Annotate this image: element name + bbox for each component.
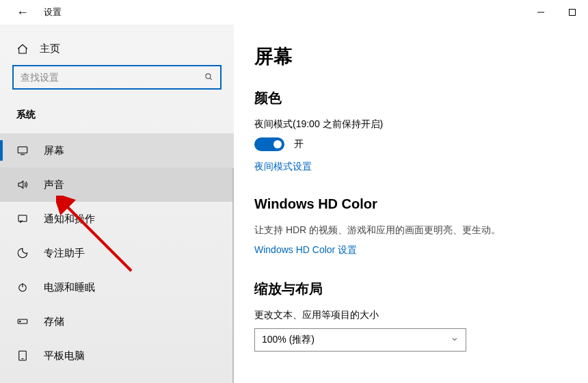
scale-value: 100% (推荐) <box>262 334 315 346</box>
scale-combobox[interactable]: 100% (推荐) <box>254 328 466 352</box>
storage-icon <box>16 315 29 328</box>
night-mode-label: 夜间模式(19:00 之前保持开启) <box>254 118 567 131</box>
nav-label: 声音 <box>44 179 64 192</box>
section-label: 系统 <box>0 105 234 133</box>
sidebar: 主页 系统 屏幕 声音 <box>0 25 234 383</box>
nav-item-display[interactable]: 屏幕 <box>0 133 234 168</box>
chevron-down-icon <box>451 334 459 345</box>
nav-item-focus[interactable]: 专注助手 <box>0 236 234 270</box>
search-icon <box>204 72 213 83</box>
nav-label: 存储 <box>44 315 64 328</box>
hd-description: 让支持 HDR 的视频、游戏和应用的画面更明亮、更生动。 <box>254 223 567 237</box>
section-hd-heading: Windows HD Color <box>254 196 567 212</box>
sound-icon <box>16 179 29 191</box>
home-link[interactable]: 主页 <box>0 37 234 65</box>
search-input[interactable] <box>21 72 204 83</box>
nav-label: 电源和睡眠 <box>44 281 95 294</box>
window-controls <box>525 1 588 23</box>
nav-label: 平板电脑 <box>44 349 85 362</box>
search-box[interactable] <box>12 65 222 90</box>
minimize-button[interactable] <box>525 1 557 23</box>
svg-rect-4 <box>18 147 27 153</box>
display-icon <box>16 144 29 157</box>
hd-settings-link[interactable]: Windows HD Color 设置 <box>254 244 567 256</box>
home-label: 主页 <box>40 42 60 55</box>
focus-icon <box>16 247 29 259</box>
svg-point-10 <box>20 321 21 322</box>
nav-label: 屏幕 <box>44 144 64 157</box>
page-title: 屏幕 <box>254 44 567 70</box>
scale-label: 更改文本、应用等项目的大小 <box>254 309 567 321</box>
nav-item-storage[interactable]: 存储 <box>0 304 234 339</box>
nav-label: 通知和操作 <box>44 213 95 226</box>
nav-label: 专注助手 <box>44 247 85 260</box>
titlebar: ← 设置 <box>0 0 588 25</box>
window-title: 设置 <box>44 6 62 18</box>
night-mode-settings-link[interactable]: 夜间模式设置 <box>254 161 567 173</box>
content-pane: 屏幕 颜色 夜间模式(19:00 之前保持开启) 开 夜间模式设置 Window… <box>234 25 588 383</box>
nav-item-tablet[interactable]: 平板电脑 <box>0 339 234 373</box>
back-button[interactable]: ← <box>16 5 29 20</box>
nav-item-sound[interactable]: 声音 <box>0 168 234 202</box>
svg-line-3 <box>210 78 212 80</box>
section-color-heading: 颜色 <box>254 89 567 107</box>
svg-rect-1 <box>570 10 576 16</box>
toggle-state-label: 开 <box>294 138 304 150</box>
nav-item-power[interactable]: 电源和睡眠 <box>0 270 234 304</box>
section-scale-heading: 缩放与布局 <box>254 280 567 298</box>
notifications-icon <box>16 213 29 225</box>
nav-item-notifications[interactable]: 通知和操作 <box>0 202 234 236</box>
svg-point-2 <box>206 73 211 78</box>
home-icon <box>16 43 29 55</box>
maximize-button[interactable] <box>557 1 588 23</box>
night-mode-toggle[interactable] <box>254 137 284 151</box>
tablet-icon <box>16 349 29 362</box>
power-icon <box>16 281 29 293</box>
sidebar-scrollbar[interactable] <box>232 168 234 383</box>
